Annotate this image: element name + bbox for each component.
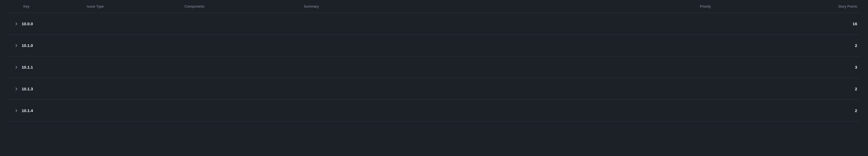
group-story-points: 3 [816,65,860,69]
group-label: 10.1.4 [22,108,33,113]
column-header-issue-type[interactable]: Issue Type [87,4,184,8]
column-header-components[interactable]: Components [184,4,304,8]
chevron-right-icon [14,43,19,48]
column-header-key[interactable]: Key [8,4,87,8]
column-header-priority[interactable]: Priority [700,4,816,8]
issues-table: Key Issue Type Components Summary Priori… [8,0,860,122]
group-row-left: 10.1.3 [8,87,816,91]
group-row[interactable]: 10.0.0 16 [8,13,860,35]
group-story-points: 16 [816,22,860,26]
group-label: 10.0.0 [22,22,33,26]
chevron-right-icon [14,65,19,69]
chevron-right-icon [14,108,19,113]
column-header-story-points[interactable]: Story Points [816,4,860,8]
group-row[interactable]: 10.1.1 3 [8,56,860,78]
group-row-left: 10.1.4 [8,108,816,113]
table-header-row: Key Issue Type Components Summary Priori… [8,0,860,13]
chevron-right-icon [14,22,19,26]
chevron-right-icon [14,87,19,91]
column-header-summary[interactable]: Summary [304,4,700,8]
group-story-points: 2 [816,87,860,91]
group-row[interactable]: 10.1.0 2 [8,35,860,56]
group-row-left: 10.0.0 [8,22,816,26]
group-row[interactable]: 10.1.3 2 [8,78,860,100]
group-row-left: 10.1.0 [8,43,816,48]
group-label: 10.1.0 [22,43,33,48]
group-label: 10.1.3 [22,87,33,91]
group-label: 10.1.1 [22,65,33,69]
group-row-left: 10.1.1 [8,65,816,69]
group-story-points: 2 [816,108,860,113]
group-story-points: 2 [816,43,860,48]
group-row[interactable]: 10.1.4 2 [8,100,860,122]
